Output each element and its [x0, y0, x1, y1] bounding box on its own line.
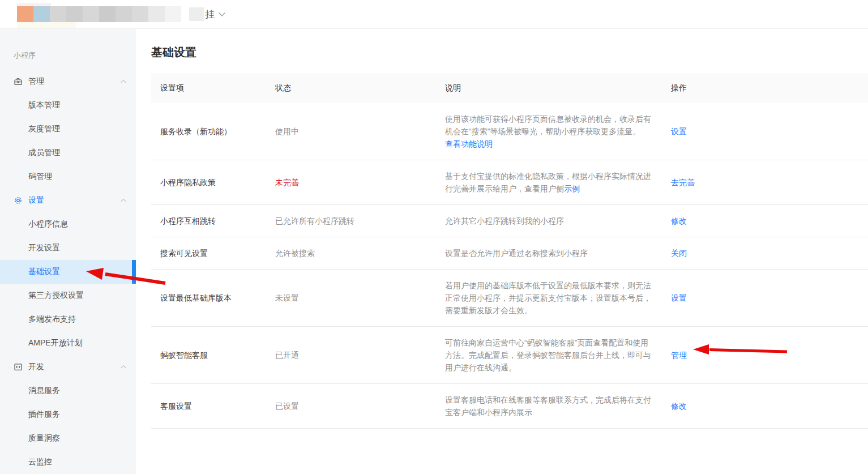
logo-block — [50, 6, 66, 22]
logo-block — [33, 6, 50, 22]
sidebar: 小程序 管理 版本管理 灰度管理 成员管理 码管理 — [0, 29, 136, 474]
logo-block — [17, 6, 33, 22]
setting-name: 服务收录（新功能） — [151, 116, 266, 147]
sidebar-item-thirdparty-auth[interactable]: 第三方授权设置 — [0, 284, 136, 308]
description-text: 若用户使用的基础库版本低于设置的最低版本要求，则无法正常使用小程序，并提示更新支… — [445, 281, 651, 315]
logo-block — [148, 6, 165, 22]
setting-name: 蚂蚁智能客服 — [151, 339, 266, 371]
setting-name: 搜索可见设置 — [151, 237, 266, 269]
sidebar-section-label: 小程序 — [0, 50, 136, 61]
setting-status: 未完善 — [266, 166, 436, 198]
view-feature-doc-link[interactable]: 查看功能说明 — [445, 138, 653, 150]
sidebar-group-label: 管理 — [28, 76, 44, 87]
column-header-action: 操作 — [662, 83, 868, 93]
example-link[interactable]: 示例 — [564, 184, 580, 193]
main-content: 基础设置 设置项 状态 说明 操作 服务收录（新功能） 使用中 使用该功能可获得… — [136, 29, 868, 474]
column-header-status: 状态 — [266, 83, 436, 93]
setting-status: 使用中 — [266, 116, 436, 147]
setting-description: 可前往商家自运营中心“蚂蚁智能客服”页面查看配置和使用方法。完成配置后，登录蚂蚁… — [436, 327, 662, 383]
action-link[interactable]: 管理 — [671, 351, 687, 360]
setting-status: 未设置 — [266, 282, 436, 314]
table-row: 小程序互相跳转 已允许所有小程序跳转 允许其它小程序跳转到我的小程序 修改 — [151, 205, 868, 237]
table-row: 客服设置 已设置 设置客服电话和在线客服等客服联系方式，完成后将在支付宝客户端和… — [151, 384, 868, 429]
setting-description: 基于支付宝提供的标准化隐私政策，根据小程序实际情况进行完善并展示给用户，查看用户… — [436, 160, 662, 204]
action-link[interactable]: 修改 — [671, 402, 687, 411]
sidebar-item-basic-settings[interactable]: 基础设置 — [0, 260, 136, 284]
logo-accent-top — [17, 3, 51, 6]
table-row: 服务收录（新功能） 使用中 使用该功能可获得小程序页面信息被收录的机会，收录后有… — [151, 103, 868, 160]
logo-accent-bottom — [17, 22, 76, 28]
logo-block — [83, 6, 99, 22]
action-link[interactable]: 去完善 — [671, 178, 695, 187]
sidebar-item-member-manage[interactable]: 成员管理 — [0, 141, 136, 165]
chevron-up-icon — [120, 198, 127, 203]
logo-block — [66, 6, 83, 22]
app-switcher-dropdown[interactable]: 挂 — [189, 7, 226, 21]
logo-block — [99, 6, 116, 22]
sidebar-item-dev-settings[interactable]: 开发设置 — [0, 236, 136, 260]
sidebar-item-code-manage[interactable]: 码管理 — [0, 165, 136, 189]
code-window-icon — [14, 362, 23, 371]
logo-block — [116, 6, 132, 22]
action-link[interactable]: 设置 — [671, 293, 687, 302]
setting-name: 客服设置 — [151, 390, 266, 422]
setting-status: 允许被搜索 — [266, 237, 436, 269]
setting-description: 使用该功能可获得小程序页面信息被收录的机会，收录后有机会在“搜索”等场景被曝光，… — [436, 103, 662, 160]
setting-name: 设置最低基础库版本 — [151, 282, 266, 314]
logo-block — [132, 6, 148, 22]
top-bar: 挂 — [0, 0, 868, 29]
sidebar-item-gray-release[interactable]: 灰度管理 — [0, 117, 136, 141]
setting-status: 已允许所有小程序跳转 — [266, 205, 436, 237]
setting-description: 设置是否允许用户通过名称搜索到小程序 — [436, 237, 662, 269]
table-row: 设置最低基础库版本 未设置 若用户使用的基础库版本低于设置的最低版本要求，则无法… — [151, 270, 868, 327]
setting-name: 小程序隐私政策 — [151, 166, 266, 198]
setting-status: 已开通 — [266, 339, 436, 371]
page-title: 基础设置 — [151, 45, 868, 60]
setting-status: 已设置 — [266, 390, 436, 422]
sidebar-item-version-manage[interactable]: 版本管理 — [0, 93, 136, 117]
sidebar-item-message-service[interactable]: 消息服务 — [0, 379, 136, 403]
chevron-down-icon — [218, 12, 226, 17]
sidebar-group-label: 开发 — [28, 362, 44, 372]
setting-description: 若用户使用的基础库版本低于设置的最低版本要求，则无法正常使用小程序，并提示更新支… — [436, 270, 662, 326]
table-row: 搜索可见设置 允许被搜索 设置是否允许用户通过名称搜索到小程序 关闭 — [151, 237, 868, 270]
sidebar-item-miniapp-info[interactable]: 小程序信息 — [0, 212, 136, 236]
action-link[interactable]: 关闭 — [671, 249, 687, 258]
table-row: 小程序隐私政策 未完善 基于支付宝提供的标准化隐私政策，根据小程序实际情况进行完… — [151, 160, 868, 205]
action-link[interactable]: 设置 — [671, 127, 687, 136]
app-name-fragment: 挂 — [205, 8, 215, 21]
column-header-setting: 设置项 — [151, 83, 266, 93]
sidebar-group-settings[interactable]: 设置 — [0, 189, 136, 212]
redacted-logo — [17, 6, 181, 22]
setting-description: 设置客服电话和在线客服等客服联系方式，完成后将在支付宝客户端和小程序内展示 — [436, 384, 662, 428]
sidebar-group-label: 设置 — [28, 195, 44, 206]
description-text: 设置是否允许用户通过名称搜索到小程序 — [445, 249, 588, 258]
setting-description: 允许其它小程序跳转到我的小程序 — [436, 205, 662, 237]
action-link[interactable]: 修改 — [671, 216, 687, 225]
sidebar-group-manage[interactable]: 管理 — [0, 70, 136, 93]
sidebar-item-ampe-plan[interactable]: AMPE开放计划 — [0, 331, 136, 355]
description-text: 使用该功能可获得小程序页面信息被收录的机会，收录后有机会在“搜索”等场景被曝光，… — [445, 114, 651, 136]
gear-icon — [14, 196, 23, 205]
redacted-app-name — [189, 7, 204, 21]
setting-name: 小程序互相跳转 — [151, 205, 266, 237]
description-text: 允许其它小程序跳转到我的小程序 — [445, 216, 564, 225]
sidebar-group-develop[interactable]: 开发 — [0, 355, 136, 379]
sidebar-item-cloud-monitor[interactable]: 云监控 — [0, 450, 136, 474]
description-text: 可前往商家自运营中心“蚂蚁智能客服”页面查看配置和使用方法。完成配置后，登录蚂蚁… — [445, 338, 651, 372]
sidebar-item-quality-insight[interactable]: 质量洞察 — [0, 426, 136, 450]
chevron-up-icon — [120, 365, 127, 369]
settings-table: 设置项 状态 说明 操作 服务收录（新功能） 使用中 使用该功能可获得小程序页面… — [151, 73, 868, 429]
column-header-description: 说明 — [436, 83, 662, 93]
chevron-up-icon — [120, 79, 127, 84]
briefcase-icon — [14, 77, 23, 86]
description-text: 设置客服电话和在线客服等客服联系方式，完成后将在支付宝客户端和小程序内展示 — [445, 395, 651, 417]
logo-block — [165, 6, 181, 22]
sidebar-item-multi-platform[interactable]: 多端发布支持 — [0, 308, 136, 331]
table-header-row: 设置项 状态 说明 操作 — [151, 73, 868, 103]
description-text: 基于支付宝提供的标准化隐私政策，根据小程序实际情况进行完善并展示给用户，查看用户… — [445, 172, 651, 193]
table-row: 蚂蚁智能客服 已开通 可前往商家自运营中心“蚂蚁智能客服”页面查看配置和使用方法… — [151, 327, 868, 384]
sidebar-item-plugin-service[interactable]: 插件服务 — [0, 403, 136, 426]
